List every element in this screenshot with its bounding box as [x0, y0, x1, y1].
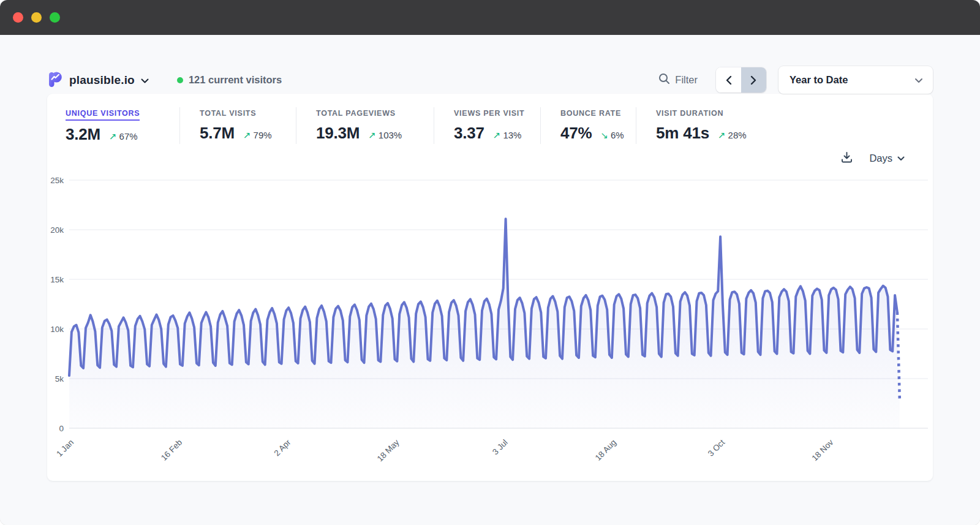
search-icon: [658, 73, 670, 87]
chart-toolbar: Days: [47, 148, 933, 168]
stat-label[interactable]: TOTAL PAGEVIEWS: [316, 109, 396, 119]
window-titlebar: [0, 0, 980, 35]
stat-label[interactable]: TOTAL VISITS: [200, 109, 256, 119]
trend-up-icon: ↗: [368, 130, 376, 141]
stat-change: 79%: [254, 130, 272, 140]
stat-total-pageviews[interactable]: TOTAL PAGEVIEWS 19.3M ↗ 103%: [296, 107, 434, 144]
y-axis-label: 20k: [50, 225, 64, 235]
stat-change: 6%: [611, 130, 624, 140]
y-axis-label: 10k: [50, 325, 64, 334]
x-axis-label: 3 Jul: [491, 438, 510, 457]
header-right: Filter Year to Date: [658, 66, 933, 94]
stat-change: 67%: [119, 131, 138, 142]
period-nav-group: [716, 67, 766, 93]
filter-button[interactable]: Filter: [658, 73, 698, 87]
stat-bounce-rate[interactable]: BOUNCE RATE 47% ↘ 6%: [540, 107, 636, 144]
site-switcher[interactable]: plausible.io: [47, 70, 149, 90]
trend-up-icon: ↗: [243, 130, 251, 141]
trend-down-icon: ↘: [600, 130, 608, 141]
stat-value: 3.2M: [66, 125, 100, 144]
current-visitors[interactable]: 121 current visitors: [177, 74, 282, 86]
close-window-button[interactable]: [13, 12, 23, 23]
zoom-window-button[interactable]: [50, 12, 60, 23]
stat-value: 5.7M: [200, 124, 235, 143]
x-axis-label: 18 May: [375, 437, 401, 463]
y-axis-label: 0: [59, 424, 64, 433]
x-axis-label: 18 Nov: [810, 437, 835, 463]
export-download-button[interactable]: [840, 151, 853, 165]
live-dot-icon: [177, 77, 183, 83]
site-name: plausible.io: [69, 74, 135, 87]
dashboard-page: plausible.io 121 current visitors Filter: [0, 35, 980, 525]
date-range-value: Year to Date: [790, 74, 848, 86]
stat-unique-visitors[interactable]: UNIQUE VISITORS 3.2M ↗ 67%: [66, 107, 179, 144]
chevron-down-icon: [141, 75, 149, 86]
header-left: plausible.io 121 current visitors: [47, 70, 282, 90]
stat-value: 47%: [560, 124, 592, 143]
plausible-logo-icon: [47, 70, 63, 90]
x-axis-label: 2 Apr: [273, 437, 293, 458]
stats-row: UNIQUE VISITORS 3.2M ↗ 67% TOTAL VISITS …: [47, 107, 933, 144]
stat-total-visits[interactable]: TOTAL VISITS 5.7M ↗ 79%: [179, 107, 296, 144]
stat-visit-duration[interactable]: VISIT DURATION 5m 41s ↗ 28%: [636, 107, 783, 144]
download-icon: [840, 151, 853, 165]
y-axis-label: 5k: [55, 374, 64, 383]
stat-change: 103%: [379, 130, 402, 140]
trend-up-icon: ↗: [718, 130, 726, 141]
stat-label[interactable]: VISIT DURATION: [656, 109, 723, 119]
prev-period-button[interactable]: [716, 67, 741, 93]
stat-label[interactable]: BOUNCE RATE: [560, 109, 621, 119]
next-period-button[interactable]: [741, 67, 766, 93]
minimize-window-button[interactable]: [31, 12, 42, 23]
traffic-lights: [13, 12, 60, 23]
stat-value: 19.3M: [316, 124, 360, 143]
stat-value: 5m 41s: [656, 124, 709, 143]
dashboard-header: plausible.io 121 current visitors Filter: [47, 35, 933, 94]
stat-value: 3.37: [454, 124, 484, 143]
date-range-select[interactable]: Year to Date: [778, 66, 933, 94]
y-axis-label: 25k: [50, 176, 64, 185]
chevron-down-icon: [897, 153, 905, 164]
interval-label: Days: [869, 153, 892, 164]
x-axis-label: 3 Oct: [706, 437, 727, 458]
browser-window: plausible.io 121 current visitors Filter: [0, 0, 980, 525]
visitors-line-chart: 05k10k15k20k25k1 Jan16 Feb2 Apr18 May3 J…: [47, 168, 933, 476]
y-axis-label: 15k: [50, 275, 64, 284]
stat-label[interactable]: VIEWS PER VISIT: [454, 109, 524, 119]
interval-select[interactable]: Days: [869, 153, 905, 164]
trend-up-icon: ↗: [109, 131, 117, 142]
trend-up-icon: ↗: [493, 130, 501, 141]
current-visitors-label: 121 current visitors: [189, 74, 282, 86]
stat-views-per-visit[interactable]: VIEWS PER VISIT 3.37 ↗ 13%: [434, 107, 540, 144]
x-axis-label: 16 Feb: [159, 438, 184, 463]
analytics-card: UNIQUE VISITORS 3.2M ↗ 67% TOTAL VISITS …: [47, 94, 933, 481]
filter-label: Filter: [675, 74, 698, 86]
stat-change: 28%: [728, 130, 747, 140]
chevron-down-icon: [914, 75, 923, 86]
x-axis-label: 18 Aug: [594, 438, 618, 463]
chart-area[interactable]: 05k10k15k20k25k1 Jan16 Feb2 Apr18 May3 J…: [47, 168, 933, 478]
x-axis-label: 1 Jan: [55, 438, 75, 459]
stat-change: 13%: [503, 130, 521, 140]
stat-label[interactable]: UNIQUE VISITORS: [66, 109, 140, 121]
